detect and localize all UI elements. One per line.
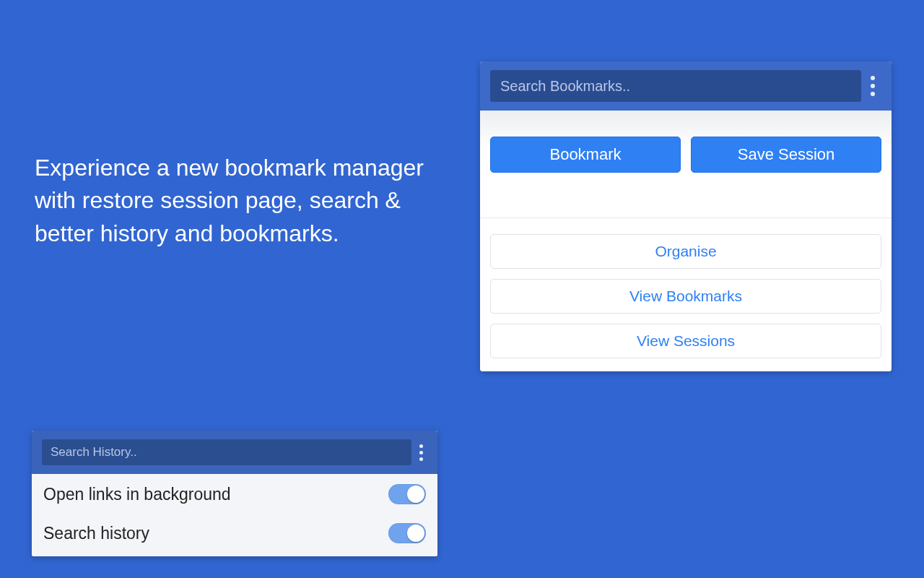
history-panel-header xyxy=(32,431,437,474)
kebab-menu-icon[interactable] xyxy=(861,76,884,96)
organise-button[interactable]: Organise xyxy=(490,234,881,269)
marketing-headline: Experience a new bookmark manager with r… xyxy=(35,152,439,250)
search-bookmarks-input[interactable] xyxy=(490,70,861,102)
bookmark-panel: Bookmark Save Session Organise View Book… xyxy=(480,61,892,371)
toggle-search-history[interactable] xyxy=(388,523,426,543)
view-sessions-button[interactable]: View Sessions xyxy=(490,324,881,358)
view-bookmarks-button[interactable]: View Bookmarks xyxy=(490,279,881,314)
setting-label: Open links in background xyxy=(43,485,231,504)
search-history-input[interactable] xyxy=(42,439,411,465)
bookmark-button[interactable]: Bookmark xyxy=(490,137,681,173)
toggle-open-links-bg[interactable] xyxy=(388,484,426,504)
setting-label: Search history xyxy=(43,524,149,543)
bookmark-panel-body: Bookmark Save Session Organise View Book… xyxy=(480,111,892,371)
kebab-menu-icon[interactable] xyxy=(411,444,430,461)
divider xyxy=(480,217,892,218)
history-panel: Open links in background Search history xyxy=(32,431,437,556)
primary-button-row: Bookmark Save Session xyxy=(490,137,881,173)
bookmark-panel-header xyxy=(480,61,892,111)
save-session-button[interactable]: Save Session xyxy=(691,137,881,173)
setting-row-search-history: Search history xyxy=(32,513,437,552)
history-panel-body: Open links in background Search history xyxy=(32,474,437,556)
setting-row-open-links-bg: Open links in background xyxy=(32,474,437,513)
